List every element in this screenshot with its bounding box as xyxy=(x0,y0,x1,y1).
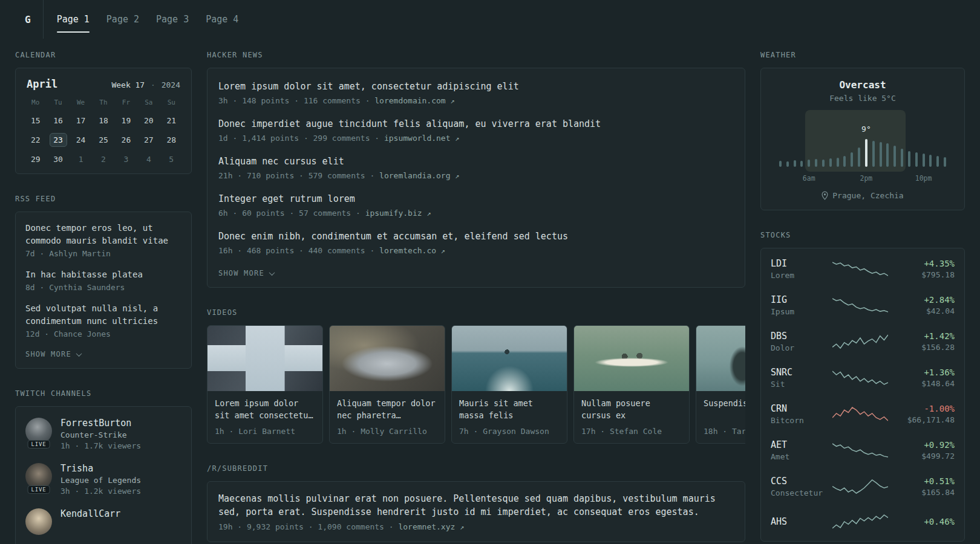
stock-row[interactable]: AETAmet+0.92%$499.72 xyxy=(761,432,964,468)
weather-bar xyxy=(800,161,803,167)
stock-sparkline xyxy=(830,368,890,387)
middle-column: HACKER NEWS Lorem ipsum dolor sit amet, … xyxy=(207,51,745,544)
stock-row[interactable]: AHS+0.46% xyxy=(761,505,964,539)
hn-item-title[interactable]: Integer eget rutrum lorem xyxy=(218,193,734,206)
top-navigation: G Page 1Page 2Page 3Page 4 xyxy=(0,0,980,39)
videos-row: Lorem ipsum dolor sit amet consectetu…1h… xyxy=(207,325,745,444)
video-title[interactable]: Mauris sit amet massa felis xyxy=(459,397,560,421)
stock-ticker: CRN xyxy=(771,403,825,414)
rss-item-title[interactable]: Donec tempor eros leo, ut commodo mauris… xyxy=(25,222,181,247)
rss-show-more-button[interactable]: SHOW MORE xyxy=(25,349,181,363)
video-meta: 1h · Lori Barnett xyxy=(215,427,315,436)
twitch-channel-name: ForrestBurton xyxy=(60,418,141,429)
weather-bar xyxy=(886,143,889,167)
tab-page-1[interactable]: Page 1 xyxy=(57,0,90,39)
stock-ticker: IIG xyxy=(771,294,825,305)
calendar-year: 2024 xyxy=(162,80,180,89)
tab-page-3[interactable]: Page 3 xyxy=(156,0,189,39)
calendar-day: 25 xyxy=(94,133,112,147)
stocks-widget-title: STOCKS xyxy=(760,231,965,239)
stock-info: DBSDolor xyxy=(771,331,825,352)
stock-sparkline xyxy=(830,512,890,531)
twitch-channel[interactable]: LIVETrishaLeague of Legends3h · 1.2k vie… xyxy=(25,463,181,496)
stock-row[interactable]: SNRCSit+1.36%$148.64 xyxy=(761,360,964,396)
twitch-channel-name: KendallCarr xyxy=(60,508,120,519)
stock-row[interactable]: DBSDolor+1.42%$156.28 xyxy=(761,323,964,360)
stock-ticker: LDI xyxy=(771,258,825,269)
live-badge: LIVE xyxy=(28,440,50,448)
rss-item-meta: 12d · Chance Jones xyxy=(25,329,181,338)
calendar-grid: MoTuWeThFrSaSu15161718192021222324252627… xyxy=(24,99,183,166)
weather-bar xyxy=(779,161,782,167)
stock-ticker: CCS xyxy=(771,476,825,487)
post-link[interactable]: loremnet.xyz ↗ xyxy=(398,522,464,531)
stock-price: $499.72 xyxy=(895,452,955,461)
hn-item-link[interactable]: loremdomain.com ↗ xyxy=(374,96,454,105)
video-title[interactable]: Nullam posuere cursus ex xyxy=(581,397,682,421)
stock-sparkline xyxy=(830,404,890,424)
calendar-day: 18 xyxy=(94,114,112,128)
video-title[interactable]: Lorem ipsum dolor sit amet consectetu… xyxy=(215,397,315,421)
hn-show-more-button[interactable]: SHOW MORE xyxy=(218,268,734,282)
calendar-selected-day: 23 xyxy=(50,133,67,147)
video-card[interactable]: Nullam posuere cursus ex17h · Stefan Col… xyxy=(573,325,690,444)
hn-item: Lorem ipsum dolor sit amet, consectetur … xyxy=(218,80,734,105)
video-card[interactable]: Lorem ipsum dolor sit amet consectetu…1h… xyxy=(207,325,323,444)
stock-change: +1.42% xyxy=(895,331,955,341)
video-card[interactable]: Suspendisse diam18h · Tara xyxy=(696,325,745,444)
weather-bar xyxy=(923,154,925,167)
stock-row[interactable]: CCSConsectetur+0.51%$165.84 xyxy=(761,468,964,505)
calendar-day: 19 xyxy=(117,114,135,128)
rss-item-title[interactable]: Sed volutpat nulla nisl, a condimentum n… xyxy=(25,302,181,328)
weather-axis-label: 2pm xyxy=(860,174,873,183)
hn-item-title[interactable]: Lorem ipsum dolor sit amet, consectetur … xyxy=(218,80,734,93)
rss-item-title[interactable]: In hac habitasse platea xyxy=(25,268,181,281)
tab-page-4[interactable]: Page 4 xyxy=(206,0,238,39)
weather-condition: Overcast xyxy=(771,79,955,91)
calendar-widget-title: CALENDAR xyxy=(15,51,192,59)
calendar-separator: · xyxy=(149,80,157,89)
rss-item: Donec tempor eros leo, ut commodo mauris… xyxy=(25,222,181,258)
video-title[interactable]: Suspendisse diam xyxy=(704,397,745,421)
hn-item: Integer eget rutrum lorem6h · 60 points … xyxy=(218,193,734,218)
stock-values: +0.46% xyxy=(895,517,955,526)
stock-row[interactable]: CRNBitcorn-1.00%$66,171.48 xyxy=(761,396,964,432)
video-body: Suspendisse diam18h · Tara xyxy=(696,391,745,443)
weather-chart: 9° xyxy=(777,129,949,167)
weather-bar xyxy=(822,160,825,167)
hn-item-link[interactable]: loremlandia.org ↗ xyxy=(379,171,459,180)
rss-widget: RSS FEED Donec tempor eros leo, ut commo… xyxy=(15,195,192,369)
hn-item-title[interactable]: Aliquam nec cursus elit xyxy=(218,155,734,168)
twitch-channel[interactable]: KendallCarr xyxy=(25,508,181,535)
stock-name: Bitcorn xyxy=(771,416,825,425)
twitch-avatar xyxy=(25,508,52,535)
stock-price: $42.04 xyxy=(895,306,955,316)
hn-item-title[interactable]: Donec imperdiet augue tincidunt felis al… xyxy=(218,118,734,131)
stock-info: AETAmet xyxy=(771,439,825,461)
stock-row[interactable]: LDILorem+4.35%$795.18 xyxy=(761,251,964,287)
hn-item-link[interactable]: ipsumify.biz ↗ xyxy=(365,209,431,218)
video-card[interactable]: Mauris sit amet massa felis7h · Grayson … xyxy=(451,325,567,444)
calendar-week-label: Week 17 · 2024 xyxy=(111,80,180,89)
stock-change: -1.00% xyxy=(895,404,955,413)
stock-row[interactable]: IIGIpsum+2.84%$42.04 xyxy=(761,287,964,323)
calendar-widget: CALENDAR April Week 17 · 2024 MoTuWeThFr… xyxy=(15,51,192,174)
video-card[interactable]: Aliquam tempor dolor nec pharetra…1h · M… xyxy=(329,325,445,444)
rss-item-meta: 7d · Ashlyn Martin xyxy=(25,249,181,258)
hn-item-link[interactable]: ipsumworld.net ↗ xyxy=(384,134,460,143)
hn-item-meta: 21h · 710 points · 579 comments · loreml… xyxy=(218,171,734,180)
hn-item-title[interactable]: Donec enim nibh, condimentum et accumsan… xyxy=(218,230,734,243)
twitch-channel[interactable]: LIVEForrestBurtonCounter-Strike1h · 1.7k… xyxy=(25,418,181,450)
rss-item-meta: 8d · Cynthia Saunders xyxy=(25,283,181,292)
post-title[interactable]: Maecenas mollis pulvinar erat non posuer… xyxy=(218,492,734,519)
calendar-day: 21 xyxy=(163,114,180,128)
tab-page-2[interactable]: Page 2 xyxy=(106,0,139,39)
hn-item-link[interactable]: loremtech.co ↗ xyxy=(379,246,445,255)
video-title[interactable]: Aliquam tempor dolor nec pharetra… xyxy=(337,397,437,421)
hn-list: Lorem ipsum dolor sit amet, consectetur … xyxy=(218,80,734,255)
weather-axis-label: 10pm xyxy=(915,174,932,183)
calendar-day-name: Su xyxy=(168,99,175,108)
weather-bar xyxy=(843,156,846,167)
twitch-card: LIVEForrestBurtonCounter-Strike1h · 1.7k… xyxy=(15,406,192,544)
current-temp-label: 9° xyxy=(861,125,871,134)
